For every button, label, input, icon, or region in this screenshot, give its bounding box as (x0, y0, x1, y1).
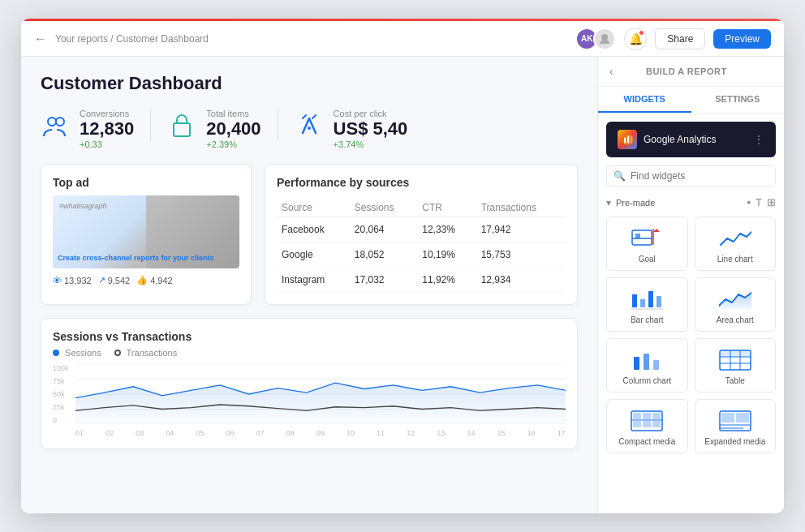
svg-rect-42 (736, 413, 749, 423)
eye-icon: 👁 (53, 276, 62, 285)
col-ctr: CTR (417, 199, 476, 217)
svg-rect-11 (624, 138, 626, 144)
widget-compact-media-label: Compact media (618, 437, 675, 446)
search-input[interactable] (631, 170, 768, 182)
back-button[interactable]: ← (34, 32, 47, 46)
col-sessions: Sessions (350, 199, 417, 217)
search-bar: 🔍 (606, 165, 776, 187)
table-widget-icon (719, 349, 751, 371)
widget-column-chart-label: Column chart (623, 376, 671, 385)
total-items-icon (167, 112, 196, 147)
ad-copy-text: Create cross-channel reports for your cl… (58, 253, 214, 264)
widget-column-chart[interactable]: Column chart (606, 338, 688, 393)
text-filter-icon[interactable]: T (755, 196, 762, 208)
svg-rect-31 (720, 350, 751, 357)
panel-collapse-button[interactable]: ‹ (609, 65, 613, 78)
performance-card: Performance by sources Source Sessions C… (265, 164, 578, 305)
svg-rect-19 (640, 299, 645, 307)
widget-table-label: Table (725, 376, 745, 385)
table-row: Instagram 17,032 11,92% 12,934 (277, 268, 566, 293)
click-icon: ↗ (98, 275, 105, 285)
premade-toggle[interactable]: ▾ (606, 197, 611, 208)
widgets-grid: Goal Line chart (598, 213, 784, 461)
svg-point-1 (48, 118, 56, 126)
svg-rect-18 (632, 294, 637, 307)
widget-bar-chart[interactable]: Bar chart (606, 277, 688, 332)
metric-cost-per-click: Cost per click US$ 5,40 +3.74% (295, 109, 408, 149)
ad-stats: 👁 13,932 ↗ 9,542 👍 4,942 (53, 275, 239, 285)
svg-rect-37 (652, 413, 661, 419)
bar-chart-filter-icon[interactable]: ▪ (747, 196, 751, 208)
goal-widget-icon (631, 227, 663, 250)
ad-views-value: 13,932 (64, 276, 92, 285)
tab-settings[interactable]: SETTINGS (691, 87, 785, 113)
tab-widgets[interactable]: WIDGETS (598, 87, 691, 113)
media-filter-icon[interactable]: ⊞ (767, 196, 776, 208)
widget-area-chart[interactable]: Area chart (695, 277, 777, 332)
like-icon: 👍 (136, 275, 148, 285)
ga-icon (618, 130, 637, 149)
col-source: Source (277, 199, 350, 217)
panel-tabs: WIDGETS SETTINGS (598, 87, 784, 114)
metric-conversions: Conversions 12,830 +0.33 (41, 109, 134, 149)
titlebar-right: AK 🔔 Share Preview (575, 28, 771, 50)
svg-rect-13 (631, 135, 632, 144)
widget-expanded-media[interactable]: Expanded media (695, 399, 777, 453)
row2-source: Google (277, 242, 350, 268)
svg-rect-12 (627, 135, 629, 144)
sessions-card: Sessions vs Transactions Sessions Transa… (41, 318, 578, 449)
bar-chart-widget-icon (631, 288, 663, 311)
notification-dot (639, 30, 644, 36)
row1-source: Facebook (277, 217, 350, 242)
table-row: Facebook 20,064 12,33% 17,942 (277, 217, 566, 242)
legend-transactions: Transactions (114, 348, 177, 358)
notification-button[interactable]: 🔔 (624, 28, 647, 50)
avatar-group: AK (575, 28, 616, 50)
row2-sessions: 18,052 (350, 242, 417, 268)
main-area: Customer Dashboard Conversions 12,830 (21, 57, 784, 513)
share-button[interactable]: Share (655, 28, 705, 49)
metric-conversions-text: Conversions 12,830 +0.33 (80, 109, 134, 149)
legend-sessions: Sessions (53, 348, 101, 358)
widget-table[interactable]: Table (695, 338, 777, 393)
widget-compact-media[interactable]: Compact media (606, 399, 688, 453)
table-row: Google 18,052 10,19% 15,753 (277, 242, 566, 268)
row2-ctr: 10,19% (417, 242, 476, 268)
ga-source-row[interactable]: Google Analytics ⋮ (606, 122, 776, 157)
sessions-chart (75, 364, 566, 424)
expanded-media-widget-icon (719, 410, 751, 432)
right-panel: ‹ BUILD A REPORT WIDGETS SETTINGS Google… (597, 57, 784, 513)
svg-rect-16 (635, 234, 640, 238)
widget-goal-label: Goal (639, 255, 656, 264)
app-window: ← Your reports / Customer Dashboard AK 🔔… (21, 19, 784, 513)
ad-stat-views: 👁 13,932 (53, 275, 92, 285)
preview-button[interactable]: Preview (713, 29, 771, 49)
sessions-dot (53, 350, 59, 356)
row3-sessions: 17,032 (350, 268, 417, 293)
compact-media-widget-icon (631, 410, 663, 432)
widget-line-chart-label: Line chart (717, 255, 753, 264)
row1-sessions: 20,064 (350, 217, 417, 242)
sessions-title: Sessions vs Transactions (53, 330, 566, 343)
svg-rect-20 (648, 291, 653, 307)
chart-svg-container (75, 364, 566, 424)
top-ad-title: Top ad (53, 176, 239, 189)
widget-goal[interactable]: Goal (606, 217, 688, 271)
ad-clicks-value: 9,542 (108, 276, 131, 285)
svg-rect-25 (653, 360, 659, 370)
ga-options-button[interactable]: ⋮ (753, 133, 764, 146)
ad-stat-likes: 👍 4,942 (136, 275, 173, 285)
row3-ctr: 11,92% (417, 268, 476, 293)
widget-line-chart[interactable]: Line chart (695, 217, 777, 271)
row2-transactions: 15,753 (476, 242, 566, 268)
titlebar-left: ← Your reports / Customer Dashboard (34, 32, 566, 46)
svg-point-0 (601, 34, 608, 41)
metric-total-items: Total items 20,400 +2.39% (167, 109, 260, 149)
svg-rect-34 (633, 421, 641, 427)
premade-header: ▾ Pre-made ▪ T ⊞ (598, 191, 784, 213)
panel-header: ‹ BUILD A REPORT (598, 57, 784, 87)
svg-rect-35 (643, 413, 651, 419)
search-icon: 🔍 (613, 170, 626, 182)
widget-area-chart-label: Area chart (717, 315, 754, 324)
titlebar: ← Your reports / Customer Dashboard AK 🔔… (21, 21, 784, 57)
